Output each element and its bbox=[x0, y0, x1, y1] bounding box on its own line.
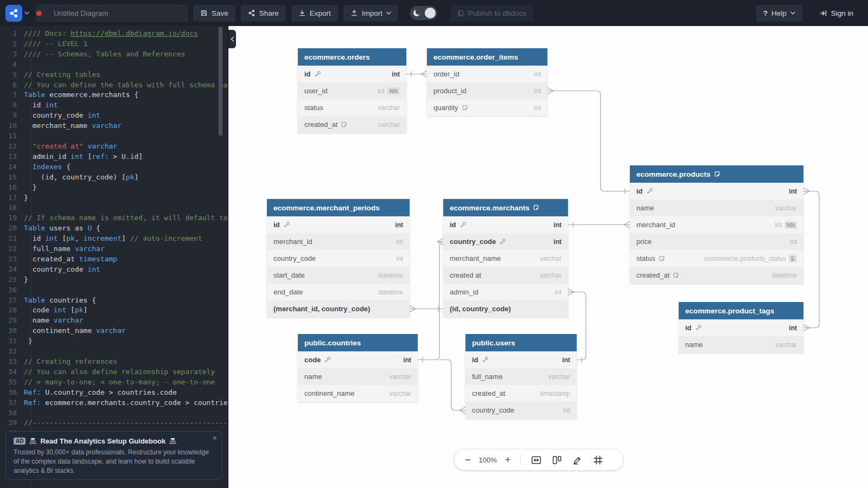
code-line[interactable]: 38 bbox=[0, 408, 228, 419]
code-line[interactable]: 15 (id, country_code) [pk] bbox=[0, 172, 228, 183]
field-row-created at[interactable]: created atvarchar bbox=[443, 267, 568, 284]
editor-scrollbar[interactable] bbox=[219, 27, 222, 136]
code-line[interactable]: 10 merchant_name varchar bbox=[0, 121, 228, 131]
code-line[interactable]: 21 id int [pk, increment] // auto-increm… bbox=[0, 234, 228, 244]
field-row-(merchant_id, country_code)[interactable]: (merchant_id, country_code) bbox=[267, 300, 410, 317]
auto-arrange-button[interactable] bbox=[550, 453, 564, 467]
field-row-id[interactable]: idint bbox=[630, 183, 803, 200]
code-line[interactable]: 25} bbox=[0, 275, 228, 285]
table-header[interactable]: ecommerce.merchants bbox=[443, 199, 568, 216]
diagram-table-ecommerce.product_tags[interactable]: ecommerce.product_tagsidintnamevarchar bbox=[679, 302, 803, 353]
code-line[interactable]: 6// You can define the tables with full … bbox=[0, 80, 228, 91]
field-row-name[interactable]: namevarchar bbox=[679, 336, 803, 353]
export-button[interactable]: Export bbox=[291, 5, 338, 22]
field-row-code[interactable]: codeint bbox=[298, 351, 418, 368]
frames-button[interactable] bbox=[591, 453, 605, 467]
field-row-created_at[interactable]: created_atvarchar bbox=[298, 116, 406, 133]
table-header[interactable]: ecommerce.orders bbox=[298, 48, 406, 66]
share-button[interactable]: Share bbox=[241, 5, 286, 22]
ad-close-button[interactable]: × bbox=[213, 434, 217, 442]
code-line[interactable]: 37Ref: ecommerce.merchants.country_code … bbox=[0, 398, 228, 408]
table-header[interactable]: public.countries bbox=[298, 334, 418, 351]
field-row-end_date[interactable]: end_datedatetime bbox=[267, 284, 410, 300]
field-row-country_code[interactable]: country_codeint bbox=[465, 402, 577, 419]
code-line[interactable]: 5// Creating tables bbox=[0, 70, 228, 80]
field-row-status[interactable]: statusecommerce.products_statusE bbox=[630, 250, 803, 267]
dbml-code-editor[interactable]: 1//// Docs: https://dbml.dbdiagram.io/do… bbox=[0, 26, 228, 488]
code-line[interactable]: 22 full_name varchar bbox=[0, 244, 228, 254]
field-row-price[interactable]: priceint bbox=[630, 233, 803, 250]
code-line[interactable]: 35// > many-to-one; < one-to-many; - one… bbox=[0, 377, 228, 388]
code-line[interactable]: 39//------------------------------------… bbox=[0, 418, 228, 428]
field-row-admin_id[interactable]: admin_idint bbox=[443, 284, 568, 300]
diagram-table-ecommerce.merchant_periods[interactable]: ecommerce.merchant_periodsidintmerchant_… bbox=[267, 199, 410, 317]
diagram-table-ecommerce.merchants[interactable]: ecommerce.merchantsidintcountry_codeintm… bbox=[443, 199, 568, 317]
code-line[interactable]: 26 bbox=[0, 285, 228, 296]
code-line[interactable]: 28 code int [pk] bbox=[0, 305, 228, 316]
code-line[interactable]: 18 bbox=[0, 203, 228, 213]
field-row-status[interactable]: statusvarchar bbox=[298, 99, 406, 116]
diagram-table-public.countries[interactable]: public.countriescodeintnamevarcharcontin… bbox=[298, 334, 418, 402]
code-line[interactable]: 1//// Docs: https://dbml.dbdiagram.io/do… bbox=[0, 29, 228, 39]
field-row-created_at[interactable]: created_attimestamp bbox=[465, 385, 577, 402]
code-line[interactable]: 24 country_code int bbox=[0, 265, 228, 275]
code-line[interactable]: 17} bbox=[0, 193, 228, 203]
collapse-editor-button[interactable] bbox=[228, 30, 236, 48]
code-line[interactable]: 9 country_code int bbox=[0, 111, 228, 121]
field-row-id[interactable]: idint bbox=[298, 66, 406, 82]
code-line[interactable]: 8 id int bbox=[0, 100, 228, 111]
code-line[interactable]: 31 } bbox=[0, 336, 228, 346]
field-row-quantity[interactable]: quantityint bbox=[427, 99, 547, 116]
field-row-name[interactable]: namevarchar bbox=[298, 368, 418, 385]
code-line[interactable]: 13 admin_id int [ref: > U.id] bbox=[0, 152, 228, 162]
field-row-merchant_id[interactable]: merchant_idintNN bbox=[630, 216, 803, 233]
highlighter-button[interactable] bbox=[571, 453, 584, 467]
field-row-continent_name[interactable]: continent_namevarchar bbox=[298, 385, 418, 402]
field-row-id[interactable]: idint bbox=[679, 319, 803, 336]
field-row-user_id[interactable]: user_idintNN bbox=[298, 82, 406, 99]
code-line[interactable]: 19// If schema name is omitted, it will … bbox=[0, 213, 228, 223]
help-button[interactable]: ? Help bbox=[756, 5, 802, 22]
field-row-order_id[interactable]: order_idint bbox=[427, 66, 547, 82]
field-row-merchant_name[interactable]: merchant_namevarchar bbox=[443, 250, 568, 267]
diagram-table-ecommerce.orders[interactable]: ecommerce.ordersidintuser_idintNNstatusv… bbox=[298, 48, 406, 133]
diagram-title-input[interactable] bbox=[36, 5, 188, 22]
import-button[interactable]: Import bbox=[343, 5, 398, 22]
field-row-(id, country_code)[interactable]: (id, country_code) bbox=[443, 300, 568, 317]
ad-title[interactable]: Read The Analytics Setup Guidebook bbox=[40, 437, 165, 445]
app-logo[interactable] bbox=[5, 5, 22, 22]
code-line[interactable]: 14 Indexes { bbox=[0, 162, 228, 172]
field-row-full_name[interactable]: full_namevarchar bbox=[465, 368, 577, 385]
table-header[interactable]: ecommerce.product_tags bbox=[679, 302, 803, 319]
dark-mode-toggle[interactable] bbox=[410, 6, 437, 20]
code-line[interactable]: 16 } bbox=[0, 183, 228, 193]
code-line[interactable]: 29 name varchar bbox=[0, 316, 228, 326]
ad-banner[interactable]: AD Read The Analytics Setup Guidebook Tr… bbox=[5, 431, 222, 480]
code-line[interactable]: 27Table countries { bbox=[0, 296, 228, 306]
diagram-table-ecommerce.order_items[interactable]: ecommerce.order_itemsorder_idintproduct_… bbox=[427, 48, 547, 116]
zoom-in-button[interactable]: + bbox=[504, 453, 512, 467]
field-row-merchant_id[interactable]: merchant_idint bbox=[267, 233, 410, 250]
sign-in-button[interactable]: Sign in bbox=[812, 5, 860, 22]
code-line[interactable]: 36Ref: U.country_code > countries.code bbox=[0, 388, 228, 398]
code-lines[interactable]: 1//// Docs: https://dbml.dbdiagram.io/do… bbox=[0, 29, 228, 439]
code-line[interactable]: 20Table users as U { bbox=[0, 223, 228, 234]
field-row-country_code[interactable]: country_codeint bbox=[443, 233, 568, 250]
save-button[interactable]: Save bbox=[193, 5, 235, 22]
diagram-table-ecommerce.products[interactable]: ecommerce.productsidintnamevarcharmercha… bbox=[630, 165, 803, 284]
code-line[interactable]: 34// You can also define relaionship sep… bbox=[0, 367, 228, 377]
code-line[interactable]: 3//// -- Schemas, Tables and References bbox=[0, 49, 228, 60]
publish-dbdocs-button[interactable]: Publish to dbdocs bbox=[450, 5, 533, 22]
logo-dropdown-caret[interactable] bbox=[24, 11, 29, 15]
field-row-id[interactable]: idint bbox=[443, 216, 568, 233]
table-header[interactable]: public.users bbox=[465, 334, 577, 351]
field-row-name[interactable]: namevarchar bbox=[630, 200, 803, 216]
code-line[interactable]: 33// Creating references bbox=[0, 357, 228, 367]
code-line[interactable]: 30 continent_name varchar bbox=[0, 326, 228, 336]
field-row-created_at[interactable]: created_atdatetime bbox=[630, 267, 803, 284]
table-header[interactable]: ecommerce.order_items bbox=[427, 48, 547, 66]
code-line[interactable]: 7Table ecommerce.merchants { bbox=[0, 90, 228, 100]
code-line[interactable]: 11 bbox=[0, 131, 228, 142]
code-line[interactable]: 23 created_at timestamp bbox=[0, 254, 228, 265]
zoom-out-button[interactable]: − bbox=[464, 453, 472, 467]
